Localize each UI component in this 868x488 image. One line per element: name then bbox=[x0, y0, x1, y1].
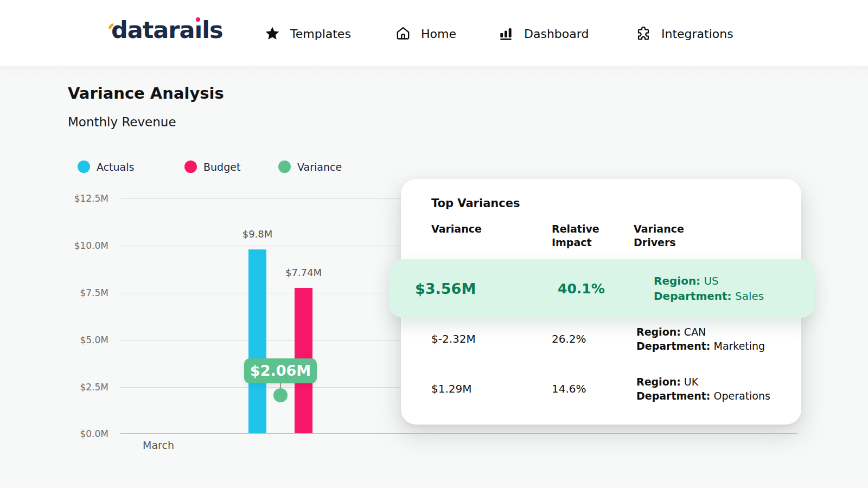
legend-swatch-actuals-icon bbox=[78, 160, 90, 173]
home-icon bbox=[395, 25, 411, 42]
nav-item-home[interactable]: Home bbox=[395, 22, 456, 46]
department-value: Marketing bbox=[713, 340, 765, 352]
logo-pink-dot-icon bbox=[196, 17, 200, 22]
legend-item-budget[interactable]: Budget bbox=[184, 160, 278, 173]
logo-i: ı bbox=[195, 16, 202, 43]
variance-value: $-2.32M bbox=[431, 332, 476, 345]
department-value: Operations bbox=[713, 390, 770, 402]
legend-item-actuals[interactable]: Actuals bbox=[78, 160, 184, 173]
variance-callout-value: $2.06M bbox=[250, 362, 311, 379]
column-header-relative-impact: Relative Impact bbox=[552, 222, 606, 249]
chart-title: Monthly Revenue bbox=[68, 115, 176, 129]
card-title: Top Variances bbox=[431, 197, 520, 210]
chart-legend: Actuals Budget Variance bbox=[78, 160, 342, 173]
page-title: Variance Analysis bbox=[68, 84, 224, 102]
top-nav-bar: dataraıls Templates Home Dashboard Integ… bbox=[0, 0, 868, 66]
logo-text-pre: datara bbox=[111, 16, 195, 43]
variance-callout-badge[interactable]: $2.06M bbox=[244, 358, 317, 383]
y-axis-tick: $12.5M bbox=[0, 193, 108, 204]
legend-swatch-budget-icon bbox=[184, 160, 197, 173]
region-value: UK bbox=[684, 376, 698, 388]
y-axis-tick: $10.0M bbox=[0, 240, 108, 251]
column-header-variance: Variance bbox=[431, 222, 482, 236]
variance-drivers: Region: CAN Department: Marketing bbox=[636, 325, 765, 353]
variance-value: $1.29M bbox=[431, 382, 472, 395]
table-row-highlighted[interactable]: $3.56M 40.1% Region: US Department: Sale… bbox=[389, 259, 815, 318]
relative-impact-value: 40.1% bbox=[558, 281, 605, 297]
budget-value-label: $7.74M bbox=[285, 267, 322, 278]
nav-label: Templates bbox=[290, 27, 351, 41]
y-axis-tick: $2.5M bbox=[0, 382, 108, 393]
variance-point[interactable] bbox=[273, 388, 288, 402]
nav-item-dashboard[interactable]: Dashboard bbox=[498, 22, 589, 46]
region-label: Region: bbox=[636, 326, 681, 338]
actuals-bar-group: $9.8M bbox=[248, 228, 266, 434]
y-axis-tick: $7.5M bbox=[0, 287, 108, 298]
nav-item-templates[interactable]: Templates bbox=[264, 22, 351, 46]
region-label: Region: bbox=[654, 274, 700, 287]
actuals-value-label: $9.8M bbox=[242, 228, 273, 240]
legend-swatch-variance-icon bbox=[278, 160, 291, 173]
nav-label: Dashboard bbox=[524, 27, 589, 41]
department-label: Department: bbox=[636, 340, 710, 352]
legend-label: Budget bbox=[203, 161, 240, 173]
x-axis-category-label: March bbox=[126, 439, 191, 451]
budget-bar-group: $7.74M bbox=[295, 267, 312, 433]
variance-value: $3.56M bbox=[415, 280, 476, 297]
region-value: CAN bbox=[684, 326, 706, 338]
department-value: Sales bbox=[735, 290, 764, 303]
department-label: Department: bbox=[636, 390, 710, 402]
region-label: Region: bbox=[636, 376, 681, 388]
table-row[interactable]: $-2.32M 26.2% Region: CAN Department: Ma… bbox=[401, 312, 801, 366]
department-label: Department: bbox=[654, 290, 732, 303]
region-value: US bbox=[704, 274, 718, 287]
nav-label: Integrations bbox=[661, 27, 733, 41]
y-axis-tick: $5.0M bbox=[0, 335, 108, 345]
legend-label: Actuals bbox=[97, 161, 134, 173]
nav-item-integrations[interactable]: Integrations bbox=[635, 22, 733, 46]
bar-chart-icon bbox=[498, 25, 514, 42]
datarails-logo[interactable]: dataraıls bbox=[111, 18, 223, 42]
actuals-bar[interactable] bbox=[248, 249, 266, 434]
nav-label: Home bbox=[421, 27, 456, 41]
star-icon bbox=[264, 25, 280, 42]
puzzle-icon bbox=[635, 25, 652, 42]
top-variances-card: Top Variances Variance Relative Impact V… bbox=[401, 179, 801, 425]
table-row[interactable]: $1.29M 14.6% Region: UK Department: Oper… bbox=[401, 362, 801, 416]
legend-item-variance[interactable]: Variance bbox=[278, 160, 342, 173]
logo-text-post: ls bbox=[202, 16, 222, 43]
relative-impact-value: 26.2% bbox=[552, 332, 586, 345]
column-header-variance-drivers: Variance Drivers bbox=[634, 222, 693, 249]
relative-impact-value: 14.6% bbox=[552, 382, 586, 395]
x-axis-line bbox=[120, 433, 797, 434]
variance-drivers: Region: UK Department: Operations bbox=[636, 375, 770, 403]
y-axis-tick: $0.0M bbox=[0, 428, 108, 439]
legend-label: Variance bbox=[297, 161, 342, 173]
variance-drivers: Region: US Department: Sales bbox=[654, 273, 764, 304]
